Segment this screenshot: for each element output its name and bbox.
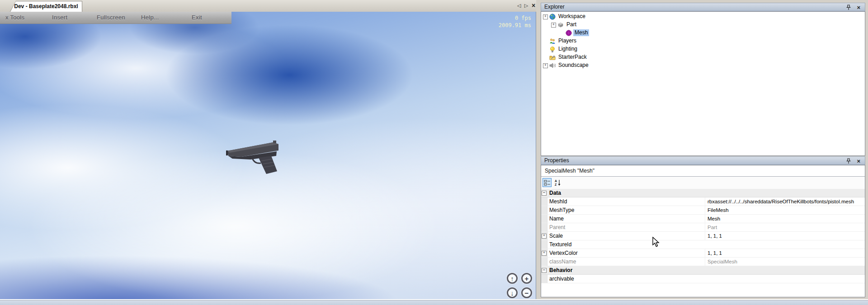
menu-item-exit[interactable]: Exit xyxy=(192,12,202,23)
tab-bar: Dev - Baseplate2048.rbxl ◁ ▷ × xyxy=(0,0,536,12)
pin-icon[interactable] xyxy=(846,5,851,10)
property-value[interactable]: Mesh xyxy=(705,215,864,223)
explorer-item-lighting[interactable]: Lighting xyxy=(541,45,865,53)
alphabetical-sort-button[interactable]: A Z xyxy=(553,178,562,187)
svg-text:Z: Z xyxy=(555,183,557,186)
menu-item-fullscreen[interactable]: Fullscreen xyxy=(97,12,125,23)
property-value[interactable]: Part xyxy=(705,223,864,231)
document-tab-label: Dev - Baseplate2048.rbxl xyxy=(10,1,82,12)
pistol-mesh[interactable] xyxy=(222,138,282,174)
property-name: Name xyxy=(549,215,702,223)
zoom-in-button[interactable]: + xyxy=(521,273,532,284)
grid-gutter xyxy=(541,197,547,206)
explorer-item-soundscape[interactable]: + Soundscape xyxy=(541,61,865,70)
property-name: Parent xyxy=(549,223,702,231)
selected-object-label[interactable]: SpecialMesh "Mesh" xyxy=(541,165,865,177)
svg-text:A: A xyxy=(555,179,557,183)
fps-hud: 0 fps 2009.91 ms xyxy=(499,14,531,29)
fps-value: 0 fps xyxy=(499,14,531,22)
property-row-meshid: MeshIdrbxasset://../../../shareddata/Ris… xyxy=(541,197,865,206)
tab-scroll-left-button[interactable]: ◁ xyxy=(515,2,523,9)
expand-icon[interactable]: + xyxy=(542,234,547,239)
property-row-parent: ParentPart xyxy=(541,223,865,232)
property-value[interactable]: 1, 1, 1 xyxy=(705,249,864,257)
pan-up-button[interactable]: ↑ xyxy=(507,273,518,284)
soundscape-icon xyxy=(549,62,556,69)
explorer-item-workspace[interactable]: + Workspace xyxy=(541,13,865,21)
az-sort-icon: A Z xyxy=(554,179,561,186)
mesh-icon xyxy=(566,30,572,36)
tab-scroll-right-button[interactable]: ▷ xyxy=(523,2,530,9)
grid-gutter: + xyxy=(541,232,547,240)
properties-close-icon[interactable]: × xyxy=(857,157,860,165)
tab-close-button[interactable]: × xyxy=(530,2,537,9)
property-value[interactable]: SpecialMesh xyxy=(705,258,864,266)
3d-viewport[interactable]: x ToolsInsertFullscreenHelp...Exit 0 fps… xyxy=(0,12,536,300)
property-name: archivable xyxy=(549,275,702,283)
explorer-close-icon[interactable]: × xyxy=(857,4,860,11)
category-row-data[interactable]: − Data xyxy=(541,189,865,197)
grid-gutter xyxy=(541,258,547,266)
viewport-menubar: x ToolsInsertFullscreenHelp...Exit xyxy=(0,12,231,24)
properties-panel-header: Properties × xyxy=(541,156,865,165)
category-label: Data xyxy=(549,189,702,197)
property-row-classname: classNameSpecialMesh xyxy=(541,258,865,266)
category-row-behavior[interactable]: − Behavior xyxy=(541,266,865,275)
property-name: Scale xyxy=(549,232,702,240)
property-row-vertexcolor: +VertexColor1, 1, 1 xyxy=(541,249,865,258)
players-icon xyxy=(549,38,556,44)
window-bottom-edge xyxy=(0,299,868,305)
grid-gutter: + xyxy=(541,249,547,257)
grid-gutter xyxy=(541,275,547,283)
tree-expander-icon[interactable]: + xyxy=(543,63,548,68)
tree-item-label[interactable]: Soundscape xyxy=(557,62,590,69)
mouse-cursor xyxy=(652,237,660,248)
properties-title: Properties xyxy=(544,157,569,164)
explorer-item-mesh[interactable]: Mesh xyxy=(541,29,865,37)
property-name: TextureId xyxy=(549,240,702,249)
property-grid: − DataMeshIdrbxasset://../../../sharedda… xyxy=(541,189,865,297)
explorer-item-players[interactable]: Players xyxy=(541,37,865,45)
tree-item-label[interactable]: Mesh xyxy=(573,29,589,36)
part-icon xyxy=(557,22,564,28)
property-value[interactable]: 1, 1, 1 xyxy=(705,232,864,240)
tree-item-label[interactable]: StarterPack xyxy=(557,54,588,61)
tree-item-label[interactable]: Workspace xyxy=(557,13,587,20)
property-name: MeshType xyxy=(549,206,702,214)
zoom-out-button[interactable]: − xyxy=(521,287,532,298)
pin-icon[interactable] xyxy=(846,158,851,164)
document-tab[interactable]: Dev - Baseplate2048.rbxl xyxy=(10,1,82,12)
explorer-panel-header: Explorer × xyxy=(541,3,865,11)
property-name: className xyxy=(549,258,702,266)
property-value[interactable]: rbxasset://../../../shareddata/RiseOfThe… xyxy=(705,197,864,206)
pan-down-button[interactable]: ↓ xyxy=(507,287,518,298)
tree-item-label[interactable]: Lighting xyxy=(557,46,579,52)
frame-time-value: 2009.91 ms xyxy=(499,22,531,29)
property-row-name: NameMesh xyxy=(541,215,865,223)
explorer-item-starterpack[interactable]: StarterPack xyxy=(541,53,865,61)
tree-item-label[interactable]: Players xyxy=(557,38,578,44)
grid-gutter xyxy=(541,223,547,231)
collapse-icon[interactable]: − xyxy=(542,268,547,273)
expand-icon[interactable]: + xyxy=(542,251,547,256)
menu-item-insert[interactable]: Insert xyxy=(52,12,67,23)
collapse-icon[interactable]: − xyxy=(542,191,547,196)
property-name: MeshId xyxy=(549,197,702,206)
property-row-archivable: archivable ✓ xyxy=(541,275,865,283)
explorer-item-part[interactable]: + Part xyxy=(541,21,865,29)
globe-icon xyxy=(549,14,556,20)
property-value[interactable]: FileMesh xyxy=(705,206,864,214)
explorer-title: Explorer xyxy=(544,4,565,10)
property-name: VertexColor xyxy=(549,249,702,257)
grid-gutter xyxy=(541,215,547,223)
categorized-view-icon xyxy=(544,179,551,186)
grid-gutter xyxy=(541,206,547,214)
category-label: Behavior xyxy=(549,266,702,274)
categorized-view-button[interactable] xyxy=(542,178,552,187)
tree-expander-icon[interactable]: + xyxy=(543,14,548,19)
tree-item-label[interactable]: Part xyxy=(565,21,578,28)
menu-item-help[interactable]: Help... xyxy=(141,12,159,23)
properties-panel: SpecialMesh "Mesh" A Z − DataMeshIdrbxas… xyxy=(541,165,865,297)
menu-item-xtools[interactable]: x Tools xyxy=(5,12,24,23)
tree-expander-icon[interactable]: + xyxy=(551,23,556,28)
